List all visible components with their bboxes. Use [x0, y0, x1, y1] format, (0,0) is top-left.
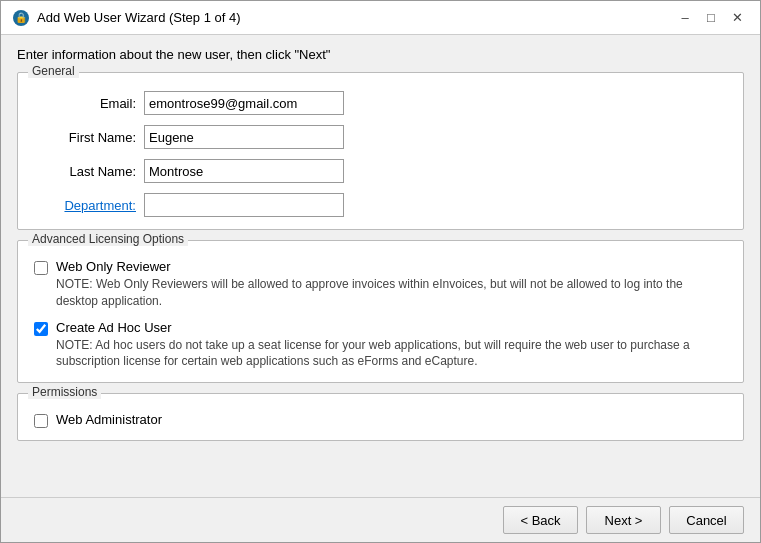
firstname-label: First Name: [34, 130, 144, 145]
maximize-button[interactable]: □ [700, 7, 722, 29]
web-admin-row: Web Administrator [34, 412, 727, 428]
licensing-section-label: Advanced Licensing Options [28, 232, 188, 246]
email-label: Email: [34, 96, 144, 111]
firstname-input[interactable] [144, 125, 344, 149]
title-bar: 🔒 Add Web User Wizard (Step 1 of 4) – □ … [1, 1, 760, 35]
lock-icon: 🔒 [13, 10, 29, 26]
firstname-row: First Name: [34, 125, 727, 149]
permissions-section: Permissions Web Administrator [17, 393, 744, 441]
department-label[interactable]: Department: [34, 198, 144, 213]
web-only-reviewer-content: Web Only Reviewer NOTE: Web Only Reviewe… [56, 259, 727, 310]
cancel-button[interactable]: Cancel [669, 506, 744, 534]
licensing-section: Advanced Licensing Options Web Only Revi… [17, 240, 744, 383]
lastname-input[interactable] [144, 159, 344, 183]
general-section: General Email: First Name: Last Name: De… [17, 72, 744, 230]
ad-hoc-user-note: NOTE: Ad hoc users do not take up a seat… [56, 337, 727, 371]
department-input[interactable] [144, 193, 344, 217]
web-admin-label: Web Administrator [56, 412, 162, 427]
ad-hoc-user-content: Create Ad Hoc User NOTE: Ad hoc users do… [56, 320, 727, 371]
title-bar-left: 🔒 Add Web User Wizard (Step 1 of 4) [13, 10, 241, 26]
web-only-reviewer-checkbox[interactable] [34, 261, 48, 275]
back-button[interactable]: < Back [503, 506, 578, 534]
instruction-text: Enter information about the new user, th… [17, 47, 744, 62]
ad-hoc-user-row: Create Ad Hoc User NOTE: Ad hoc users do… [34, 320, 727, 371]
minimize-button[interactable]: – [674, 7, 696, 29]
wizard-content: Enter information about the new user, th… [1, 35, 760, 497]
ad-hoc-user-checkbox[interactable] [34, 322, 48, 336]
next-button[interactable]: Next > [586, 506, 661, 534]
permissions-section-label: Permissions [28, 385, 101, 399]
general-section-label: General [28, 64, 79, 78]
wizard-window: 🔒 Add Web User Wizard (Step 1 of 4) – □ … [0, 0, 761, 543]
title-bar-controls: – □ ✕ [674, 7, 748, 29]
web-only-reviewer-row: Web Only Reviewer NOTE: Web Only Reviewe… [34, 259, 727, 310]
email-row: Email: [34, 91, 727, 115]
lastname-label: Last Name: [34, 164, 144, 179]
window-title: Add Web User Wizard (Step 1 of 4) [37, 10, 241, 25]
web-only-reviewer-label: Web Only Reviewer [56, 259, 727, 274]
ad-hoc-user-label: Create Ad Hoc User [56, 320, 727, 335]
department-row: Department: [34, 193, 727, 217]
web-admin-checkbox[interactable] [34, 414, 48, 428]
close-button[interactable]: ✕ [726, 7, 748, 29]
wizard-footer: < Back Next > Cancel [1, 497, 760, 542]
lastname-row: Last Name: [34, 159, 727, 183]
email-input[interactable] [144, 91, 344, 115]
web-only-reviewer-note: NOTE: Web Only Reviewers will be allowed… [56, 276, 727, 310]
